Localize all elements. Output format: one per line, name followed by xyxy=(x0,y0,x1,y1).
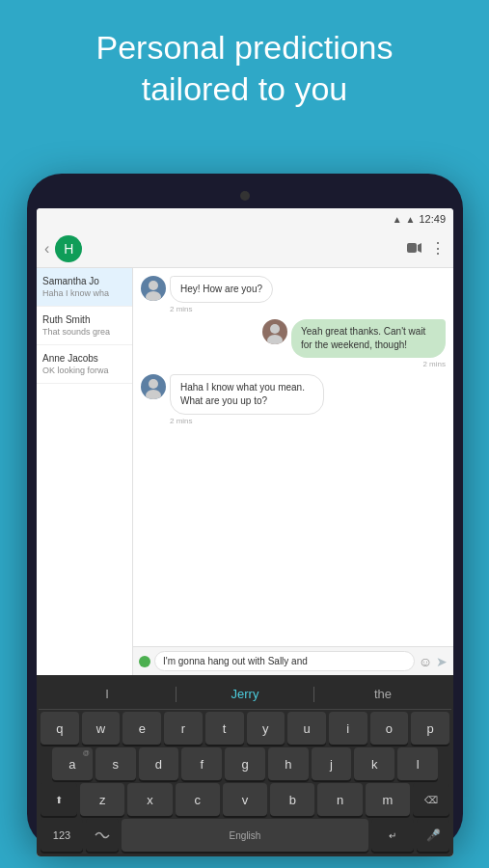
key-r[interactable]: r xyxy=(164,712,203,745)
message-input[interactable] xyxy=(154,651,415,671)
message-row-3: Haha I know what you mean. What are you … xyxy=(141,374,446,425)
key-g[interactable]: g xyxy=(225,747,265,780)
svg-point-5 xyxy=(267,335,283,344)
phone-frame: ▲ ▲ 12:49 ‹ H ⋮ Samantha Jo Haha I know … xyxy=(27,174,463,849)
avatar-2 xyxy=(262,319,287,344)
time-display: 12:49 xyxy=(419,213,446,225)
messages-list: Hey! How are you? 2 mins Yeah great than… xyxy=(133,268,453,646)
time-1: 2 mins xyxy=(170,305,273,313)
sidebar-item-samantha[interactable]: Samantha Jo Haha I know wha xyxy=(37,268,132,307)
key-row-3: ⬆ z x c v b n m ⌫ xyxy=(39,783,451,816)
header: Personal predictions tailored to you xyxy=(0,0,489,122)
prediction-bar: I Jerry the xyxy=(39,679,451,710)
key-s[interactable]: s xyxy=(95,747,136,780)
key-w[interactable]: w xyxy=(82,712,121,745)
key-k[interactable]: k xyxy=(354,747,394,780)
avatar-1 xyxy=(141,276,166,301)
svg-point-3 xyxy=(146,291,161,301)
key-j[interactable]: j xyxy=(312,747,352,780)
key-i[interactable]: i xyxy=(329,712,367,745)
bubble-wrap-2: Yeah great thanks. Can't wait for the we… xyxy=(291,319,446,368)
key-t[interactable]: t xyxy=(205,712,244,745)
status-bar: ▲ ▲ 12:49 xyxy=(37,208,453,230)
sidebar-preview: That sounds grea xyxy=(42,327,126,337)
input-bar: ☺ ➤ xyxy=(133,646,453,675)
status-dot xyxy=(139,656,150,667)
key-row-2: a@ s d f g h j k l xyxy=(39,747,451,780)
key-row-1: q w e r t y u i o p xyxy=(39,712,451,745)
space-key[interactable]: English xyxy=(122,819,368,852)
swipe-key[interactable] xyxy=(86,819,119,852)
signal-icon: ▲ xyxy=(406,214,416,225)
key-x[interactable]: x xyxy=(127,783,172,816)
key-a[interactable]: a@ xyxy=(52,747,93,780)
app-bar: ‹ H ⋮ xyxy=(37,230,453,268)
phone-screen: ▲ ▲ 12:49 ‹ H ⋮ Samantha Jo Haha I know … xyxy=(37,208,453,856)
enter-key[interactable]: ↵ xyxy=(371,819,414,852)
sidebar-preview: Haha I know wha xyxy=(42,288,126,298)
video-button[interactable] xyxy=(407,240,422,258)
svg-point-2 xyxy=(149,281,158,290)
numbers-key[interactable]: 123 xyxy=(41,819,83,852)
svg-rect-0 xyxy=(407,243,417,253)
wifi-icon: ▲ xyxy=(393,214,402,225)
key-z[interactable]: z xyxy=(80,783,124,816)
phone-camera xyxy=(240,191,250,201)
bubble-3: Haha I know what you mean. What are you … xyxy=(170,374,324,415)
shift-key[interactable]: ⬆ xyxy=(41,783,77,816)
sidebar-name: Anne Jacobs xyxy=(42,353,126,364)
sidebar: Samantha Jo Haha I know wha Ruth Smith T… xyxy=(37,268,133,675)
more-button[interactable]: ⋮ xyxy=(430,239,446,258)
time-3: 2 mins xyxy=(170,417,324,425)
key-n[interactable]: n xyxy=(317,783,362,816)
header-line2: tailored to you xyxy=(142,70,348,107)
svg-point-6 xyxy=(149,379,158,389)
prediction-item-the[interactable]: the xyxy=(314,683,451,705)
message-row-1: Hey! How are you? 2 mins xyxy=(141,276,446,313)
message-row-2: Yeah great thanks. Can't wait for the we… xyxy=(141,319,446,368)
prediction-item-I[interactable]: I xyxy=(39,683,176,705)
key-q[interactable]: q xyxy=(41,712,79,745)
hangouts-icon: H xyxy=(55,235,82,262)
key-c[interactable]: c xyxy=(176,783,220,816)
sidebar-item-ruth[interactable]: Ruth Smith That sounds grea xyxy=(37,307,132,345)
back-button[interactable]: ‹ xyxy=(44,240,49,258)
key-m[interactable]: m xyxy=(366,783,410,816)
svg-marker-1 xyxy=(418,243,421,253)
key-h[interactable]: h xyxy=(268,747,309,780)
avatar-3 xyxy=(141,374,166,399)
time-2: 2 mins xyxy=(422,360,446,368)
content-area: Samantha Jo Haha I know wha Ruth Smith T… xyxy=(37,268,453,675)
key-d[interactable]: d xyxy=(139,747,179,780)
sidebar-name: Samantha Jo xyxy=(42,276,126,286)
key-y[interactable]: y xyxy=(247,712,285,745)
backspace-key[interactable]: ⌫ xyxy=(413,783,449,816)
bubble-wrap-1: Hey! How are you? 2 mins xyxy=(170,276,273,313)
chat-area: Hey! How are you? 2 mins Yeah great than… xyxy=(133,268,453,675)
key-u[interactable]: u xyxy=(287,712,326,745)
key-o[interactable]: o xyxy=(370,712,409,745)
key-p[interactable]: p xyxy=(411,712,449,745)
bubble-wrap-3: Haha I know what you mean. What are you … xyxy=(170,374,324,425)
sidebar-preview: OK looking forwa xyxy=(42,366,126,375)
svg-point-4 xyxy=(270,324,280,334)
bubble-2: Yeah great thanks. Can't wait for the we… xyxy=(291,319,446,358)
keyboard: I Jerry the q w e r t y u i xyxy=(37,675,453,856)
key-l[interactable]: l xyxy=(397,747,438,780)
key-v[interactable]: v xyxy=(223,783,267,816)
svg-point-7 xyxy=(146,390,161,399)
emoji-button[interactable]: ☺ xyxy=(419,654,432,669)
prediction-item-jerry[interactable]: Jerry xyxy=(177,683,313,705)
sidebar-name: Ruth Smith xyxy=(42,314,126,325)
mic-key[interactable]: 🎤 xyxy=(417,819,449,852)
send-button[interactable]: ➤ xyxy=(436,654,448,669)
key-e[interactable]: e xyxy=(122,712,161,745)
header-line1: Personal predictions xyxy=(95,29,393,66)
key-b[interactable]: b xyxy=(270,783,314,816)
bubble-1: Hey! How are you? xyxy=(170,276,273,303)
key-f[interactable]: f xyxy=(181,747,222,780)
sidebar-item-anne[interactable]: Anne Jacobs OK looking forwa xyxy=(37,345,132,384)
key-row-bottom: 123 English ↵ 🎤 xyxy=(39,819,451,852)
